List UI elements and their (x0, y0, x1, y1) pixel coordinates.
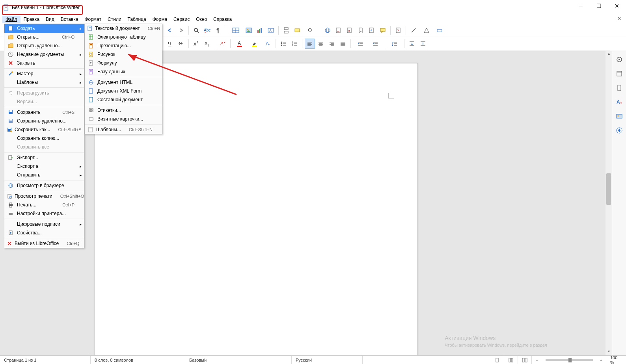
status-zoom[interactable]: 100 % (606, 356, 626, 364)
footnote-button[interactable] (333, 25, 344, 35)
menu-edit[interactable]: Правка (20, 16, 43, 23)
menu-form[interactable]: Форма (149, 16, 170, 23)
pagebreak-button[interactable] (281, 25, 291, 35)
endnote-button[interactable] (345, 25, 355, 35)
menu-item-properties[interactable]: Свойства... (4, 228, 84, 237)
menu-item-save[interactable]: СохранитьCtrl+S (4, 108, 84, 117)
align-left-button[interactable] (305, 39, 315, 49)
sidebar-navigator-icon[interactable] (614, 125, 624, 136)
status-view-multipage[interactable] (504, 356, 518, 364)
menu-item-create[interactable]: Создать▸ (4, 24, 84, 33)
image-button[interactable] (244, 25, 254, 35)
underline-button[interactable]: Ч (165, 39, 175, 49)
menu-item-versions[interactable]: Версии... (4, 97, 84, 106)
submenu-item-presentation[interactable]: Презентацию... (85, 41, 162, 50)
menu-styles[interactable]: Стили (104, 16, 125, 23)
char-style-button[interactable]: Aa (263, 39, 273, 49)
menu-item-printer-settings[interactable]: Настройки принтера... (4, 209, 84, 218)
menu-help[interactable]: Справка (210, 16, 235, 23)
shapes-button[interactable] (419, 25, 434, 35)
menu-item-save-as[interactable]: Сохранить как...Ctrl+Shift+S (4, 125, 84, 134)
submenu-item-xml-form[interactable]: Документ XML Form (85, 87, 162, 95)
status-style[interactable]: Базовый (185, 356, 292, 364)
bookmark-button[interactable] (356, 25, 366, 35)
zoom-slider-knob[interactable] (568, 358, 572, 362)
menu-item-print[interactable]: Печать...Ctrl+P (4, 201, 84, 209)
status-language[interactable]: Русский (292, 356, 363, 364)
menu-format[interactable]: Формат (81, 16, 104, 23)
close-button[interactable]: ✕ (608, 0, 626, 12)
submenu-item-spreadsheet[interactable]: Электронную таблицу (85, 33, 162, 41)
para-spacing-increase-button[interactable] (407, 39, 417, 49)
indent-decrease-button[interactable] (368, 39, 382, 49)
numbering-button[interactable]: 123 (289, 39, 300, 49)
submenu-item-master[interactable]: Составной документ (85, 95, 162, 104)
zoom-out-button[interactable]: − (532, 356, 542, 364)
menu-item-export[interactable]: Экспорт... (4, 153, 84, 162)
menu-item-signatures[interactable]: Цифровые подписи▸ (4, 220, 84, 228)
field-button[interactable] (292, 25, 302, 35)
indent-increase-button[interactable] (353, 39, 367, 49)
menu-item-save-all[interactable]: Сохранить все (4, 143, 84, 151)
scroll-up-arrow[interactable]: ▴ (606, 51, 612, 58)
menu-item-close[interactable]: Закрыть (4, 59, 84, 67)
menu-view[interactable]: Вид (43, 16, 58, 23)
formatting-marks-button[interactable]: ¶ (213, 25, 224, 35)
submenu-item-formula[interactable]: Σ Формулу (85, 59, 162, 67)
scroll-down-arrow[interactable]: ▾ (606, 349, 612, 355)
submenu-item-cards[interactable]: Визитные карточки... (85, 115, 162, 123)
superscript-button[interactable]: X2 (191, 39, 201, 49)
line-button[interactable] (408, 25, 419, 35)
status-words[interactable]: 0 слов, 0 символов (91, 356, 185, 364)
sidebar-properties-icon[interactable] (614, 69, 624, 79)
zoom-in-button[interactable]: + (596, 356, 606, 364)
menu-table[interactable]: Таблица (125, 16, 149, 23)
submenu-item-database[interactable]: Базу данных (85, 67, 162, 76)
menu-item-save-remote[interactable]: Сохранить удалённо... (4, 117, 84, 125)
bullets-button[interactable] (278, 39, 289, 49)
sidebar-page-icon[interactable] (614, 83, 624, 93)
scroll-thumb[interactable] (606, 173, 611, 205)
subscript-button[interactable]: X2 (202, 39, 212, 49)
menu-insert[interactable]: Вставка (58, 16, 82, 23)
menu-item-templates[interactable]: Шаблоны▸ (4, 78, 84, 87)
menu-item-open[interactable]: Открыть...Ctrl+O (4, 33, 84, 41)
sidebar-settings-icon[interactable] (614, 54, 624, 65)
status-view-singlepage[interactable] (490, 356, 504, 364)
spellcheck-button[interactable]: Abc (202, 25, 212, 35)
crossref-button[interactable] (367, 25, 377, 35)
table-button[interactable] (229, 25, 243, 35)
menu-item-recent[interactable]: Недавние документы▸ (4, 50, 84, 59)
align-center-button[interactable] (316, 39, 326, 49)
justify-button[interactable] (338, 39, 348, 49)
comment-button[interactable] (378, 25, 388, 35)
status-page[interactable]: Страница 1 из 1 (0, 356, 91, 364)
textbox-button[interactable]: A (266, 25, 276, 35)
menu-item-send[interactable]: Отправить▸ (4, 171, 84, 179)
zoom-slider[interactable] (546, 359, 593, 361)
find-button[interactable] (191, 25, 201, 35)
minimize-button[interactable]: ─ (572, 0, 590, 12)
track-changes-button[interactable] (393, 25, 403, 35)
strikethrough-button[interactable]: S (176, 39, 186, 49)
status-view-book[interactable] (518, 356, 532, 364)
submenu-item-drawing[interactable]: Рисунок (85, 50, 162, 59)
sidebar-styles-icon[interactable]: AA (614, 97, 624, 107)
para-spacing-decrease-button[interactable] (418, 39, 428, 49)
redo-button[interactable] (176, 25, 186, 35)
submenu-item-labels[interactable]: Этикетки... (85, 106, 162, 115)
chart-button[interactable] (255, 25, 265, 35)
menu-file[interactable]: Файл (2, 16, 20, 23)
special-char-button[interactable]: Ω (303, 25, 317, 35)
menu-item-open-remote[interactable]: Открыть удалённо... (4, 41, 84, 50)
vertical-scrollbar[interactable]: ▴ ▾ (606, 51, 612, 355)
menu-item-save-copy[interactable]: Сохранить копию... (4, 134, 84, 143)
menu-item-reload[interactable]: Перезагрузить (4, 89, 84, 97)
menu-window[interactable]: Окно (193, 16, 210, 23)
menu-item-export-to[interactable]: Экспорт в▸ (4, 162, 84, 171)
font-color-button[interactable]: A (233, 39, 247, 49)
undo-button[interactable] (165, 25, 175, 35)
hyperlink-button[interactable] (322, 25, 333, 35)
align-right-button[interactable] (327, 39, 337, 49)
menu-item-wizard[interactable]: Мастер▸ (4, 69, 84, 78)
